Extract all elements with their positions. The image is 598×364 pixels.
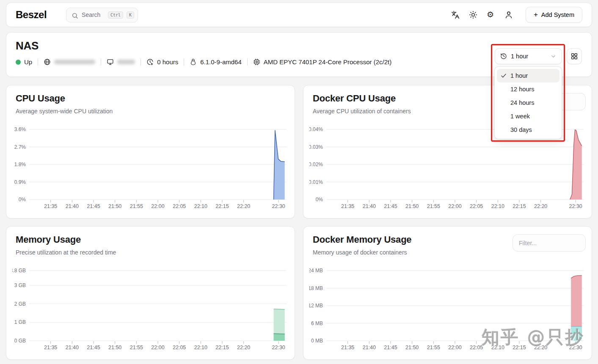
svg-text:22:05: 22:05 — [470, 345, 483, 350]
docker-memory-usage-chart: 0 MB6 MB12 MB18 MB24 MB21:3521:4021:4521… — [309, 265, 587, 352]
svg-text:3 GB: 3 GB — [14, 282, 26, 288]
svg-text:21:40: 21:40 — [66, 345, 79, 350]
svg-text:22:00: 22:00 — [151, 203, 164, 209]
svg-text:22:00: 22:00 — [151, 345, 164, 350]
settings-gear-icon[interactable]: ⚙ — [487, 11, 495, 19]
user-icon[interactable] — [504, 11, 513, 19]
svg-text:21:55: 21:55 — [427, 345, 440, 350]
card-title: Memory Usage — [16, 234, 285, 245]
svg-text:22:10: 22:10 — [491, 203, 504, 209]
svg-text:22:00: 22:00 — [448, 203, 461, 209]
memory-usage-chart: 0 GB1 GB2 GB3 GB3.8 GB21:3521:4021:4521:… — [12, 265, 289, 352]
search-input[interactable]: Search Ctrl K — [66, 8, 138, 22]
svg-text:0%: 0% — [19, 197, 26, 203]
add-system-button[interactable]: + Add System — [526, 7, 582, 23]
svg-text:21:55: 21:55 — [130, 345, 143, 350]
docker-memory-usage-card: Docker Memory Usage Memory usage of dock… — [303, 226, 592, 360]
svg-text:21:50: 21:50 — [405, 203, 419, 209]
svg-text:21:55: 21:55 — [427, 203, 440, 209]
beszel-logo[interactable]: Beszel — [16, 9, 47, 21]
system-hostname — [107, 58, 135, 66]
menu-item-1-hour[interactable]: 1 hour — [497, 69, 559, 82]
svg-text:12 MB: 12 MB — [309, 303, 323, 309]
clock-up-icon — [146, 58, 154, 66]
shortcut-k-key: K — [127, 11, 134, 19]
search-icon — [72, 11, 78, 18]
theme-sun-icon[interactable] — [469, 11, 477, 19]
svg-text:21:35: 21:35 — [341, 203, 354, 209]
status-label: Up — [24, 58, 32, 66]
system-kernel: 6.1.0-9-amd64 — [190, 58, 242, 66]
svg-text:0%: 0% — [316, 197, 323, 203]
cpu-usage-chart: 0%0.9%1.8%2.7%3.6%21:3521:4021:4521:5021… — [12, 124, 289, 211]
svg-text:21:45: 21:45 — [87, 203, 100, 209]
svg-text:21:50: 21:50 — [108, 203, 121, 209]
menu-item-12-hours[interactable]: 12 hours — [497, 82, 559, 96]
svg-text:0.03%: 0.03% — [309, 144, 323, 150]
svg-text:2.7%: 2.7% — [14, 144, 26, 150]
shortcut-ctrl-key: Ctrl — [108, 11, 123, 19]
svg-text:21:40: 21:40 — [363, 345, 376, 350]
svg-text:22:10: 22:10 — [194, 203, 207, 209]
divider — [247, 58, 248, 66]
time-range-dropdown-trigger[interactable]: 1 hour — [495, 48, 562, 64]
svg-text:18 MB: 18 MB — [309, 285, 323, 291]
svg-text:22:20: 22:20 — [534, 203, 547, 209]
kernel-label: 6.1.0-9-amd64 — [200, 58, 242, 66]
card-title: CPU Usage — [16, 93, 285, 104]
monitor-icon — [107, 58, 114, 66]
card-subtitle: Precise utilization at the recorded time — [16, 249, 285, 256]
clock-history-icon — [500, 53, 507, 60]
svg-text:22:30: 22:30 — [569, 203, 582, 209]
svg-text:0.01%: 0.01% — [309, 179, 323, 185]
menu-item-label: 12 hours — [510, 86, 534, 93]
menu-item-30-days[interactable]: 30 days — [497, 123, 559, 137]
menu-item-1-week[interactable]: 1 week — [497, 109, 559, 123]
svg-text:22:10: 22:10 — [491, 345, 504, 350]
svg-text:22:20: 22:20 — [534, 345, 547, 350]
svg-text:21:35: 21:35 — [44, 345, 57, 350]
svg-text:0.9%: 0.9% — [14, 179, 26, 185]
chevron-down-icon — [550, 53, 557, 60]
cpu-model-label: AMD EPYC 7401P 24-Core Processor (2c/2t) — [264, 58, 391, 66]
navbar-actions: ⚙ + Add System — [451, 7, 582, 23]
svg-text:24 MB: 24 MB — [309, 268, 323, 274]
status-dot-icon — [16, 60, 21, 65]
svg-text:21:40: 21:40 — [363, 203, 376, 209]
svg-text:0.02%: 0.02% — [309, 161, 323, 167]
svg-text:21:40: 21:40 — [66, 203, 79, 209]
grid-layout-button[interactable] — [567, 48, 582, 64]
add-system-label: Add System — [541, 11, 574, 18]
tux-kernel-icon — [190, 58, 197, 66]
layout-grid-icon — [570, 52, 578, 60]
svg-text:22:20: 22:20 — [237, 345, 250, 350]
language-icon[interactable] — [451, 11, 460, 19]
svg-text:6 MB: 6 MB — [311, 320, 323, 326]
check-icon — [500, 72, 507, 79]
globe-icon — [44, 58, 51, 66]
menu-item-label: 30 days — [510, 126, 532, 133]
svg-text:22:15: 22:15 — [513, 345, 526, 350]
svg-text:1 GB: 1 GB — [14, 319, 26, 325]
svg-text:22:05: 22:05 — [173, 203, 186, 209]
docker-memory-filter-input[interactable] — [513, 234, 586, 252]
memory-usage-card: Memory Usage Precise utilization at the … — [6, 226, 295, 360]
divider — [184, 58, 184, 66]
svg-text:21:35: 21:35 — [341, 345, 354, 350]
navbar: Beszel Search Ctrl K ⚙ + Add System — [6, 3, 592, 27]
search-placeholder: Search — [82, 11, 105, 18]
svg-text:22:05: 22:05 — [470, 203, 483, 209]
system-ip — [44, 58, 95, 66]
svg-text:22:10: 22:10 — [194, 345, 207, 350]
menu-item-24-hours[interactable]: 24 hours — [497, 96, 559, 109]
system-uptime: 0 hours — [146, 58, 178, 66]
svg-text:0 GB: 0 GB — [14, 338, 26, 344]
status-badge: Up — [16, 58, 32, 66]
time-range-selected-label: 1 hour — [511, 53, 528, 60]
svg-text:21:55: 21:55 — [130, 203, 143, 209]
svg-text:21:35: 21:35 — [44, 203, 57, 209]
menu-item-label: 24 hours — [510, 99, 534, 106]
uptime-label: 0 hours — [157, 58, 178, 66]
svg-text:22:15: 22:15 — [215, 203, 229, 209]
svg-text:3.8 GB: 3.8 GB — [12, 268, 26, 274]
